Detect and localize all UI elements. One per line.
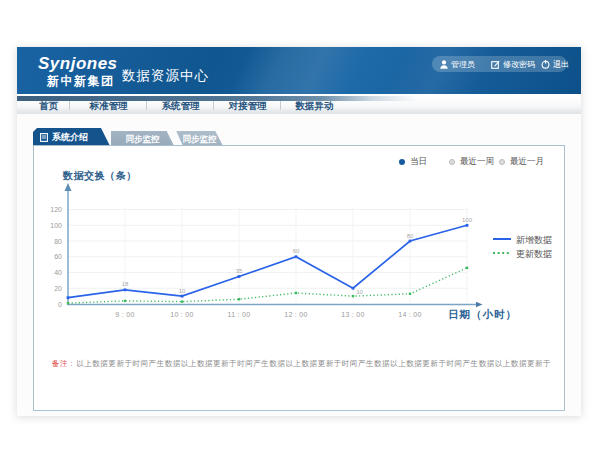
y-tick-label: 80 — [54, 237, 62, 244]
logout-button[interactable]: 退出 — [541, 59, 569, 70]
series-new-data: 1810356080100 — [67, 216, 473, 298]
nav-item-standard-mgmt[interactable]: 标准管理 — [70, 96, 147, 114]
data-point — [295, 291, 297, 293]
document-icon — [40, 133, 48, 142]
content-panel: 当日 最近一周 最近一月 数据交换（条） 0204060801001209 : … — [33, 145, 565, 411]
data-point — [238, 298, 240, 300]
y-tick-label: 0 — [58, 300, 62, 307]
x-tick-label: 9 : 00 — [115, 310, 134, 317]
x-tick-label: 12 : 00 — [284, 310, 308, 317]
main-nav: 首页 标准管理 系统管理 对接管理 数据异动 — [17, 94, 581, 114]
x-tick-label: 13 : 00 — [341, 310, 365, 317]
app-window: Synjones 新中新集团 数据资源中心 管理员 修改密码 退出 首页 标准管… — [17, 47, 581, 416]
legend-item-update-data: 更新数据 — [493, 248, 552, 258]
chart-note: 备注：以上数据更新于时间产生数据以上数据更新于时间产生数据以上数据更新于时间产生… — [52, 359, 551, 369]
nav-item-connect-mgmt[interactable]: 对接管理 — [214, 96, 281, 114]
brand-logo-en: Synjones — [38, 54, 118, 74]
point-label: 80 — [407, 232, 414, 238]
logout-icon — [541, 60, 550, 69]
data-point — [181, 294, 184, 297]
tab-system-intro[interactable]: 系统介绍 — [33, 128, 110, 146]
y-axis-arrow — [65, 183, 72, 191]
data-point — [409, 239, 412, 242]
data-point — [466, 266, 468, 268]
y-tick-label: 120 — [50, 206, 62, 213]
app-header: Synjones 新中新集团 数据资源中心 管理员 修改密码 退出 — [17, 47, 581, 94]
data-point — [466, 223, 469, 226]
nav-item-system-mgmt[interactable]: 系统管理 — [147, 96, 214, 114]
app-title: 数据资源中心 — [122, 67, 209, 85]
y-tick-label: 20 — [54, 284, 62, 291]
tab-label: 系统介绍 — [52, 131, 88, 144]
data-point — [409, 292, 411, 294]
x-tick-label: 14 : 00 — [398, 310, 422, 317]
note-text: ：以上数据更新于时间产生数据以上数据更新于时间产生数据以上数据更新于时间产生数据… — [68, 359, 551, 368]
data-point — [352, 286, 355, 289]
x-axis-arrow — [476, 301, 483, 307]
data-point — [124, 288, 127, 291]
x-tick-label: 11 : 00 — [228, 310, 251, 317]
logout-label: 退出 — [553, 59, 569, 70]
point-label: 10 — [179, 287, 186, 293]
change-password-label: 修改密码 — [503, 59, 535, 70]
nav-item-home[interactable]: 首页 — [27, 96, 70, 114]
y-tick-label: 60 — [54, 253, 62, 260]
point-label: 60 — [293, 248, 300, 254]
data-point — [67, 302, 69, 304]
exchange-chart: 0204060801001209 : 0010 : 0011 : 0012 : … — [34, 146, 566, 412]
data-point — [124, 299, 126, 301]
legend-item-new-data: 新增数据 — [493, 234, 552, 244]
change-password-button[interactable]: 修改密码 — [491, 59, 535, 70]
user-icon — [440, 60, 448, 69]
svg-text:更新数据: 更新数据 — [516, 248, 552, 258]
data-point — [67, 296, 70, 299]
point-label: 35 — [236, 267, 243, 273]
data-point — [295, 255, 298, 258]
point-label: 100 — [462, 216, 473, 222]
x-axis-label: 日期（小时） — [448, 308, 517, 321]
point-label: 18 — [122, 281, 129, 287]
data-point — [238, 275, 241, 278]
user-menu[interactable]: 管理员 — [440, 59, 475, 70]
y-tick-label: 40 — [54, 269, 62, 276]
data-point — [181, 300, 183, 302]
note-prefix: 备注 — [52, 359, 68, 368]
username: 管理员 — [451, 59, 475, 70]
user-toolbar: 管理员 修改密码 退出 — [432, 56, 567, 72]
nav-item-data-change[interactable]: 数据异动 — [281, 96, 348, 114]
x-tick-label: 10 : 00 — [170, 310, 194, 317]
edit-icon — [491, 60, 500, 69]
brand-logo-cn: 新中新集团 — [47, 73, 115, 90]
y-tick-label: 100 — [50, 221, 62, 228]
point-label: 10 — [356, 289, 363, 295]
svg-text:新增数据: 新增数据 — [516, 234, 552, 244]
data-point — [352, 294, 354, 296]
